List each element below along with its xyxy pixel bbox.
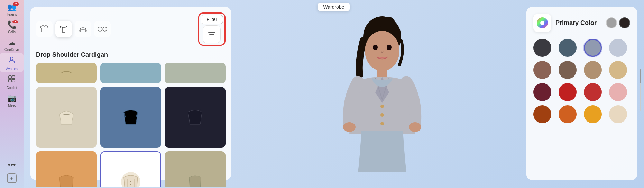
list-item[interactable] (100, 151, 161, 187)
svg-point-33 (380, 113, 384, 117)
svg-point-35 (343, 122, 356, 132)
color-swatch[interactable] (609, 105, 627, 123)
cat-tab-jacket[interactable] (55, 21, 72, 37)
color-swatch[interactable] (533, 39, 551, 57)
onedrive-icon: ☁ (8, 38, 16, 47)
svg-point-5 (80, 30, 86, 32)
color-swatch[interactable] (533, 61, 551, 79)
svg-rect-4 (12, 79, 15, 82)
scrollbar-track (640, 69, 641, 111)
filter-container: Filter (198, 12, 226, 46)
list-item[interactable] (165, 63, 226, 83)
sidebar-item-add[interactable]: + (0, 171, 24, 185)
avatars-icon (8, 56, 16, 66)
sidebar-item-copilot[interactable]: Copilot (0, 72, 24, 91)
color-swatch[interactable] (559, 61, 577, 79)
avatar-figure (327, 11, 438, 177)
teams-badge: 2 (13, 2, 19, 6)
svg-rect-3 (9, 79, 11, 82)
add-icon: + (7, 173, 17, 183)
list-item[interactable] (165, 87, 226, 148)
main-content: Wardrobe (24, 0, 644, 188)
item-thumbnail (122, 66, 139, 80)
svg-point-7 (103, 27, 107, 31)
color-toggle-group (606, 17, 630, 28)
cat-tab-hat[interactable] (75, 21, 91, 37)
color-swatch[interactable] (584, 83, 602, 101)
sidebar-item-label-calls: Calls (8, 30, 16, 34)
color-wheel-icon (533, 14, 551, 32)
list-item[interactable] (36, 87, 97, 148)
scrollbar-thumb[interactable] (640, 69, 641, 83)
sidebar-item-label-meet: Meet (8, 104, 16, 107)
sidebar-item-label-avatars: Avatars (6, 67, 18, 71)
list-item[interactable] (100, 63, 161, 83)
meet-icon: 📷 (7, 94, 17, 103)
color-swatch[interactable] (559, 83, 577, 101)
svg-rect-2 (12, 76, 15, 79)
wardrobe-top-button[interactable]: Wardrobe (318, 3, 350, 11)
svg-point-6 (98, 27, 102, 31)
sidebar-item-avatars[interactable]: Avatars (0, 53, 24, 72)
svg-rect-13 (188, 68, 202, 78)
sidebar-item-label-copilot: Copilot (6, 86, 17, 90)
item-thumbnail (183, 170, 207, 187)
filter-label-button[interactable]: Filter (201, 15, 223, 24)
section-title: Drop Shoulder Cardigan (36, 51, 226, 59)
cat-tab-glasses[interactable] (94, 21, 111, 37)
filter-highlight: Filter (198, 12, 226, 46)
color-swatch[interactable] (584, 61, 602, 79)
avatar-area (238, 0, 526, 188)
color-swatch[interactable] (609, 61, 627, 79)
filter-icon-button[interactable] (203, 25, 221, 43)
color-swatch[interactable] (609, 83, 627, 101)
color-toggle-dark[interactable] (619, 17, 630, 28)
sidebar-item-label-onedrive: OneDrive (4, 48, 19, 52)
svg-rect-12 (124, 68, 138, 78)
color-toggle-gray[interactable] (606, 17, 617, 28)
avatar-svg (330, 13, 434, 176)
color-swatch[interactable] (584, 105, 602, 123)
color-swatch[interactable] (559, 105, 577, 123)
svg-point-28 (365, 31, 399, 71)
color-swatch[interactable] (609, 39, 627, 57)
item-thumbnail (58, 66, 75, 80)
calls-badge: ● (12, 20, 18, 23)
svg-point-0 (10, 57, 13, 60)
svg-point-20 (130, 184, 131, 185)
svg-point-30 (387, 45, 392, 50)
sidebar-item-calls[interactable]: 📞 ● Calls (0, 18, 24, 35)
svg-point-32 (380, 105, 384, 108)
svg-point-38 (540, 21, 544, 25)
svg-point-34 (380, 122, 384, 125)
color-swatch[interactable] (559, 39, 577, 57)
sidebar-item-teams[interactable]: 👥 2 Teams (0, 0, 24, 18)
sidebar-item-label-teams: Teams (7, 12, 17, 16)
item-thumbnail (119, 105, 143, 129)
clothing-grid (36, 63, 226, 187)
svg-rect-1 (9, 76, 11, 79)
color-panel-header: Primary Color (533, 14, 630, 32)
category-tabs: Filter (36, 12, 226, 46)
item-thumbnail (186, 66, 204, 80)
color-panel: Primary Color (526, 7, 637, 180)
sidebar: 👥 2 Teams 📞 ● Calls ☁ OneDrive Avatars (0, 0, 24, 188)
item-thumbnail (54, 170, 79, 187)
sidebar-item-more[interactable]: ••• (0, 158, 24, 171)
list-item[interactable] (165, 151, 226, 187)
cat-tab-tshirt[interactable] (36, 21, 53, 37)
item-thumbnail (183, 105, 207, 129)
list-item[interactable] (36, 63, 97, 83)
sidebar-item-meet[interactable]: 📷 Meet (0, 91, 24, 109)
svg-point-36 (409, 122, 421, 132)
color-swatch[interactable] (533, 105, 551, 123)
list-item[interactable] (100, 87, 161, 148)
color-wheel-svg (536, 17, 549, 29)
primary-color-label: Primary Color (555, 19, 606, 27)
sidebar-item-onedrive[interactable]: ☁ OneDrive (0, 35, 24, 53)
svg-point-19 (130, 181, 131, 182)
color-swatch[interactable] (584, 39, 602, 57)
list-item[interactable] (36, 151, 97, 187)
wardrobe-panel: Filter Drop Shoulder Cardigan (30, 7, 231, 180)
color-swatch[interactable] (533, 83, 551, 101)
